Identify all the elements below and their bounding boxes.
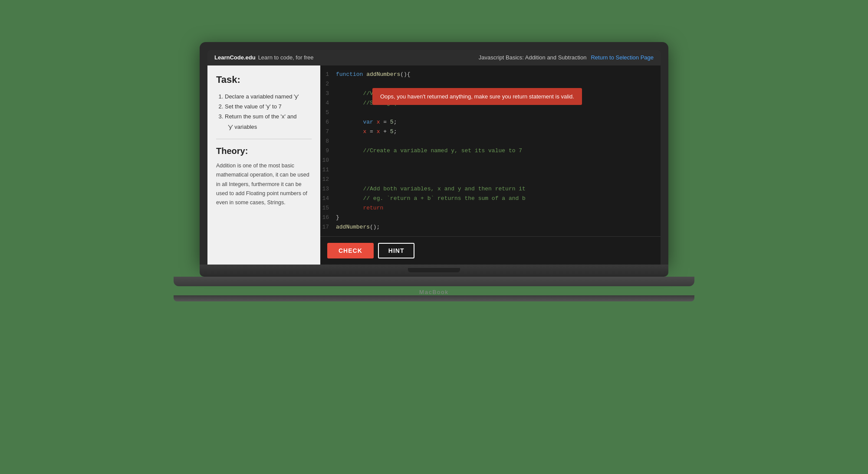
topbar-right: Javascript Basics: Addition and Subtract… [479, 54, 654, 61]
code-line-10: 10 [320, 156, 661, 165]
topbar: LearnCode.edu Learn to code, for free Ja… [207, 50, 661, 65]
code-line-1: 1 function addNumbers(){ [320, 70, 661, 79]
check-button[interactable]: CHECK [327, 243, 374, 258]
main-area: Task: Declare a variabled named 'y' Set … [207, 65, 661, 265]
code-line-13: 13 //Add both variables, x and y and the… [320, 184, 661, 194]
task-title: Task: [216, 74, 312, 85]
code-editor[interactable]: Oops, you haven't returned anything, mak… [320, 65, 661, 236]
task-list: Declare a variabled named 'y' Set the va… [216, 92, 312, 132]
theory-title: Theory: [216, 146, 312, 156]
task-item: Return the sum of the 'x' and 'y' variab… [225, 111, 312, 132]
sidebar: Task: Declare a variabled named 'y' Set … [207, 65, 320, 265]
laptop-bottom-bezel [200, 265, 668, 277]
topbar-left: LearnCode.edu Learn to code, for free [214, 54, 314, 61]
macbook-stand [174, 295, 694, 301]
task-item: Declare a variabled named 'y' [225, 92, 312, 101]
macbook-base [174, 277, 694, 286]
code-line-15: 15 return [320, 203, 661, 213]
bottom-bar: CHECK HINT [320, 236, 661, 265]
divider [216, 139, 312, 139]
code-line-14: 14 // eg. `return a + b` returns the sum… [320, 194, 661, 203]
lesson-title: Javascript Basics: Addition and Subtract… [479, 54, 587, 61]
code-line-2: 2 [320, 79, 661, 89]
laptop-notch [408, 268, 460, 272]
hint-button[interactable]: HINT [378, 243, 415, 258]
code-line-5: 5 [320, 108, 661, 118]
error-tooltip: Oops, you haven't returned anything, mak… [372, 88, 582, 105]
code-line-12: 12 [320, 175, 661, 184]
code-line-9: 9 //Create a variable named y, set its v… [320, 146, 661, 156]
brand-name: LearnCode.edu [214, 54, 256, 61]
code-line-8: 8 [320, 137, 661, 146]
code-line-11: 11 [320, 165, 661, 175]
return-link[interactable]: Return to Selection Page [591, 54, 654, 61]
tagline: Learn to code, for free [258, 54, 314, 61]
code-area[interactable]: Oops, you haven't returned anything, mak… [320, 65, 661, 265]
code-line-6: 6 var x = 5; [320, 118, 661, 127]
code-line-17: 17 addNumbers(); [320, 222, 661, 232]
macbook-label: MacBook [419, 289, 449, 295]
task-item: Set the value of 'y' to 7 [225, 101, 312, 111]
theory-text: Addition is one of the most basic mathem… [216, 161, 312, 207]
code-line-7: 7 x = x + 5; [320, 127, 661, 137]
code-line-16: 16 } [320, 213, 661, 222]
